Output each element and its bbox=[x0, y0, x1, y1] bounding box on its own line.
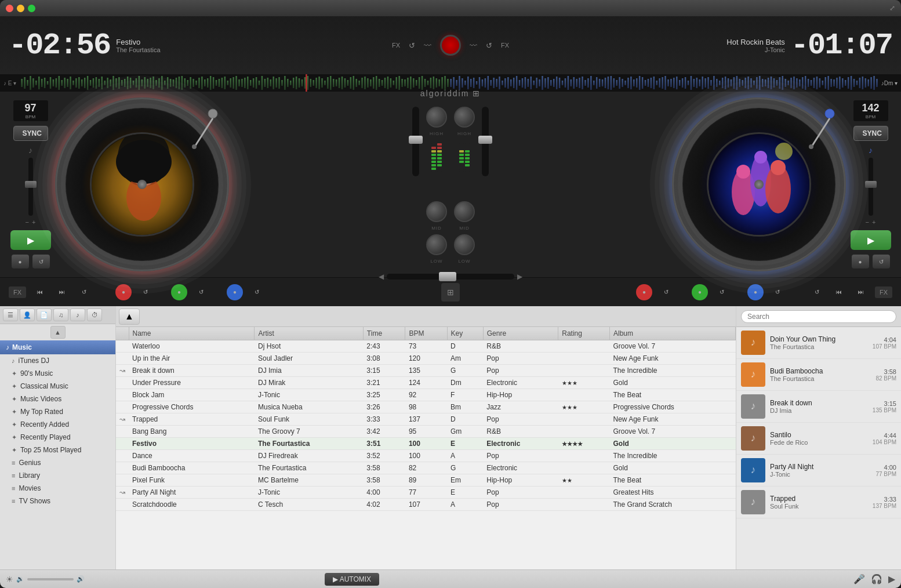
table-row[interactable]: ↝Party All NightJ-Tonic4:0077EPopGreates… bbox=[116, 487, 736, 499]
sidebar-clock-icon[interactable]: ⏱ bbox=[87, 308, 102, 321]
right-channel-fader[interactable] bbox=[482, 107, 489, 176]
table-row[interactable]: Bang BangThe Groovy 73:4295GmR&BGroove V… bbox=[116, 426, 736, 438]
headphone-icon[interactable]: 🎧 bbox=[871, 574, 882, 585]
queue-item[interactable]: ♪Break it downDJ Imia3:15135 BPM bbox=[736, 391, 901, 423]
crossfader-thumb[interactable] bbox=[439, 272, 456, 281]
right-record-button[interactable]: ● bbox=[852, 255, 869, 268]
next-right-button[interactable]: ⏭ bbox=[853, 284, 869, 300]
right-low-eq[interactable] bbox=[454, 234, 475, 255]
right-key-label[interactable]: ♪Dm ▾ bbox=[878, 80, 901, 86]
left-plus-icon[interactable]: + bbox=[32, 219, 35, 226]
loop-left-ctrl-button[interactable]: ↺ bbox=[76, 284, 92, 300]
table-row[interactable]: Pixel FunkMC Bartelme3:5889EmHip-Hop★★Th… bbox=[116, 474, 736, 487]
sidebar-doc-icon[interactable]: 📄 bbox=[37, 308, 52, 321]
table-row[interactable]: Up in the AirSoul Jadler3:08120AmPopNew … bbox=[116, 353, 736, 365]
left-play-button[interactable]: ▶ bbox=[10, 230, 51, 250]
right-high-eq[interactable] bbox=[454, 107, 475, 128]
queue-item[interactable]: ♪SantiloFede de Rico4:44104 BPM bbox=[736, 423, 901, 455]
crossfader[interactable]: ◀ ▶ bbox=[379, 273, 522, 281]
queue-item[interactable]: ♪Doin Your Own ThingThe Fourtastica4:041… bbox=[736, 327, 901, 359]
table-row[interactable]: WaterlooDj Hsot2:4373DR&BGroove Vol. 7 bbox=[116, 340, 736, 353]
maximize-button[interactable] bbox=[28, 5, 35, 12]
search-input[interactable] bbox=[741, 310, 896, 323]
queue-item[interactable]: ♪Budi BamboochaThe Fourtastica3:5882 BPM bbox=[736, 359, 901, 391]
left-key-label[interactable]: ♪ E ▾ bbox=[0, 80, 20, 86]
record-button[interactable] bbox=[440, 35, 461, 56]
sidebar-item[interactable]: ≡Library bbox=[0, 469, 115, 482]
sidebar-item[interactable]: ✦90's Music bbox=[0, 367, 115, 380]
loop-right-ctrl-button[interactable]: ↺ bbox=[809, 284, 825, 300]
loop-right-icon[interactable]: ↺ bbox=[486, 41, 492, 50]
right-plus-icon[interactable]: + bbox=[872, 219, 875, 226]
left-record-button[interactable]: ● bbox=[12, 255, 29, 268]
microphone-icon[interactable]: 🎤 bbox=[853, 574, 865, 585]
fx-right-label[interactable]: FX bbox=[501, 42, 509, 49]
right-minus-icon[interactable]: − bbox=[866, 219, 869, 226]
cue-red-left-button[interactable]: ● bbox=[115, 284, 132, 300]
sidebar-guitar-icon[interactable]: ♫ bbox=[53, 308, 68, 321]
cue-blue-left-button[interactable]: ● bbox=[227, 284, 243, 300]
left-loop-button[interactable]: ↺ bbox=[32, 255, 50, 268]
left-channel-fader[interactable] bbox=[412, 107, 419, 176]
close-button[interactable] bbox=[6, 5, 13, 12]
column-header-time[interactable]: Time bbox=[363, 327, 405, 340]
left-high-eq[interactable] bbox=[426, 107, 447, 128]
sidebar-item[interactable]: ✦Recently Added bbox=[0, 418, 115, 431]
table-row[interactable]: ScratchdoodleC Tesch4:02107APopThe Grand… bbox=[116, 499, 736, 511]
track-table[interactable]: NameArtistTimeBPMKeyGenreRatingAlbum Wat… bbox=[116, 327, 736, 569]
table-row[interactable]: ↝Break it downDJ Imia3:15135GPopThe Incr… bbox=[116, 365, 736, 377]
column-header-bpm[interactable]: BPM bbox=[405, 327, 447, 340]
sidebar-note-icon[interactable]: ♪ bbox=[70, 308, 85, 321]
sidebar-item[interactable]: ✦My Top Rated bbox=[0, 405, 115, 418]
grid-button[interactable]: ⊞ bbox=[441, 283, 460, 302]
column-header-genre[interactable]: Genre bbox=[483, 327, 558, 340]
sidebar-user-icon[interactable]: 👤 bbox=[20, 308, 35, 321]
queue-item[interactable]: ♪Party All NightJ-Tonic4:0077 BPM bbox=[736, 455, 901, 487]
loop-green-right-button[interactable]: ↺ bbox=[714, 284, 730, 300]
cue-red-right-button[interactable]: ● bbox=[636, 284, 652, 300]
table-row[interactable]: Progressive ChordsMusica Nueba3:2698BmJa… bbox=[116, 401, 736, 413]
automix-button[interactable]: ▶ AUTOMIX bbox=[325, 573, 379, 586]
column-header-album[interactable]: Album bbox=[609, 327, 735, 340]
table-row[interactable]: Under PressureDJ Mirak3:21124DmElectroni… bbox=[116, 377, 736, 389]
sidebar-item[interactable]: ≡Genius bbox=[0, 456, 115, 469]
left-waveform[interactable] bbox=[20, 74, 449, 92]
sidebar-item[interactable]: ✦Classical Music bbox=[0, 380, 115, 393]
sidebar-item[interactable]: ≡Movies bbox=[0, 482, 115, 495]
sidebar-item[interactable]: ♪iTunes DJ bbox=[0, 354, 115, 367]
right-mid-eq[interactable] bbox=[454, 201, 475, 222]
upload-icon[interactable]: ▲ bbox=[50, 326, 66, 339]
next-left-button[interactable]: ⏭ bbox=[54, 284, 70, 300]
crossfader-track[interactable] bbox=[387, 274, 514, 280]
left-sync-button[interactable]: SYNC bbox=[13, 126, 48, 141]
play-icon[interactable]: ▶ bbox=[888, 574, 895, 585]
right-sync-button[interactable]: SYNC bbox=[853, 126, 888, 141]
column-header-artist[interactable]: Artist bbox=[255, 327, 363, 340]
volume-slider[interactable] bbox=[27, 578, 74, 580]
loop-green-left-button[interactable]: ↺ bbox=[193, 284, 209, 300]
upload-toolbar-icon[interactable]: ▲ bbox=[119, 308, 140, 325]
expand-icon[interactable]: ⤢ bbox=[889, 4, 895, 12]
loop-left-icon[interactable]: ↺ bbox=[409, 41, 415, 50]
right-turntable[interactable] bbox=[672, 97, 846, 271]
right-volume-slider[interactable] bbox=[869, 158, 873, 216]
sidebar-item[interactable]: ✦Recently Played bbox=[0, 431, 115, 444]
table-row[interactable]: Budi BamboochaThe Fourtastica3:5882GElec… bbox=[116, 462, 736, 474]
fx-left-button[interactable]: FX bbox=[9, 286, 26, 298]
table-row[interactable]: Block JamJ-Tonic3:2592FHip-HopThe Beat bbox=[116, 389, 736, 401]
right-loop-button[interactable]: ↺ bbox=[873, 255, 890, 268]
prev-right-button[interactable]: ⏮ bbox=[831, 284, 847, 300]
prev-left-button[interactable]: ⏮ bbox=[32, 284, 48, 300]
queue-item[interactable]: ♪TrappedSoul Funk3:33137 BPM bbox=[736, 487, 901, 518]
sidebar-item[interactable]: ≡TV Shows bbox=[0, 495, 115, 507]
fx-right-button[interactable]: FX bbox=[875, 286, 892, 298]
loop-cue-right-button[interactable]: ↺ bbox=[658, 284, 674, 300]
table-row[interactable]: DanceDJ Firedreak3:52100APopThe Incredib… bbox=[116, 450, 736, 462]
loop-blue-right-button[interactable]: ↺ bbox=[769, 284, 786, 300]
left-mid-eq[interactable] bbox=[426, 201, 447, 222]
cue-green-right-button[interactable]: ● bbox=[692, 284, 708, 300]
column-header-key[interactable]: Key bbox=[447, 327, 483, 340]
column-header-rating[interactable]: Rating bbox=[558, 327, 610, 340]
sidebar-item[interactable]: ✦Music Videos bbox=[0, 393, 115, 405]
sidebar-item[interactable]: ✦Top 25 Most Played bbox=[0, 444, 115, 456]
